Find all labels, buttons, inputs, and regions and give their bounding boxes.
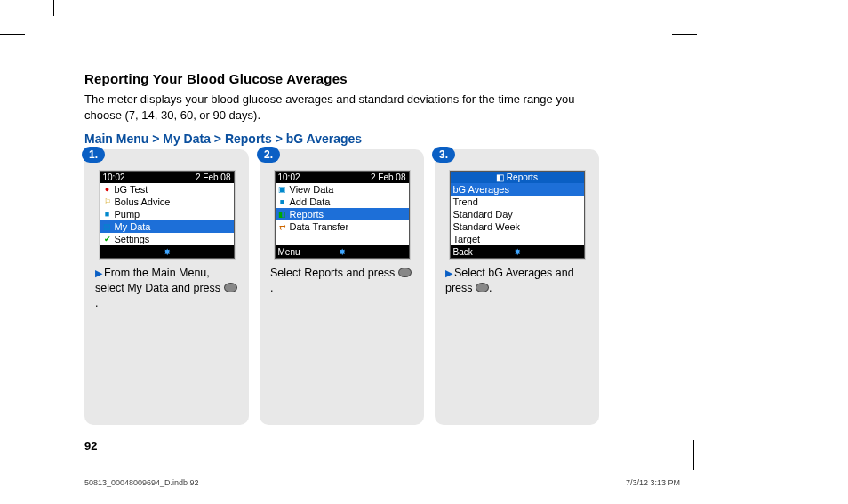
device-softkey-left[interactable]: Menu (276, 247, 409, 257)
device-menu-item-label: bG Averages (453, 184, 509, 195)
oval-button-icon (476, 283, 489, 292)
device-menu-list: ●bG Test⚐Bolus Advice■Pump▤My Data✔Setti… (100, 183, 234, 245)
device-statusbar: 10:022 Feb 08 (276, 172, 409, 183)
device-menu-item-label: Standard Week (453, 221, 521, 232)
device-menu-item[interactable]: ●bG Test (100, 183, 234, 196)
device-menu-item[interactable]: Standard Day (451, 208, 584, 220)
device-menu-item-label: Target (453, 234, 481, 244)
check-icon: ✔ (103, 235, 112, 244)
device-time: 10:02 (103, 172, 125, 182)
step-card: 3.◧ ReportsbG AveragesTrendStandard DayS… (435, 149, 599, 425)
device-menu-item-label: View Data (290, 184, 334, 195)
device-menu-item[interactable]: ◧Reports (276, 208, 409, 220)
section-heading: Reporting Your Blood Glucose Averages (84, 71, 760, 86)
breadcrumb: Main Menu > My Data > Reports > bG Avera… (84, 132, 760, 146)
caret-right-icon: ▶ (95, 267, 102, 280)
view-icon: ▣ (278, 185, 287, 194)
device-screen: 10:022 Feb 08▣View Data■Add Data◧Reports… (275, 171, 410, 259)
step-caption: ▶From the Main Menu, select My Data and … (84, 266, 249, 311)
device-footer: Menu✸ (276, 245, 409, 258)
oval-button-icon (224, 283, 237, 292)
step-card: 1.10:022 Feb 08●bG Test⚐Bolus Advice■Pum… (84, 149, 249, 425)
device-menu-item[interactable]: ⇄Data Transfer (276, 220, 409, 233)
blood-drop-icon: ● (103, 185, 112, 194)
device-menu-item[interactable]: ✔Settings (100, 233, 234, 245)
device-menu-item-label: Standard Day (453, 209, 513, 220)
device-menu-item-label: Add Data (290, 196, 331, 207)
step-caption-text: Select Reports and press (270, 267, 398, 279)
footer-file: 50813_00048009694_D.indb 92 (84, 478, 199, 487)
device-menu-item-label: Pump (115, 209, 140, 220)
device-menu-item-label: Data Transfer (290, 221, 349, 232)
bluetooth-icon: ✸ (100, 247, 234, 257)
print-footer: 50813_00048009694_D.indb 92 7/3/12 3:13 … (84, 478, 680, 487)
device-footer: Back✸ (451, 245, 584, 258)
device-menu-item[interactable]: ⚐Bolus Advice (100, 196, 234, 208)
step-number-badge: 3. (432, 147, 455, 163)
pump-icon: ■ (103, 210, 112, 219)
bolus-icon: ⚐ (103, 197, 112, 206)
device-menu-item-label: bG Test (115, 184, 148, 195)
crop-mark (0, 34, 25, 35)
device-menu-item-label: Reports (290, 209, 324, 220)
device-header: ◧ Reports (451, 172, 584, 183)
device-date: 2 Feb 08 (371, 172, 405, 182)
steps-row: 1.10:022 Feb 08●bG Test⚐Bolus Advice■Pum… (84, 149, 760, 425)
device-time: 10:02 (278, 172, 300, 182)
device-date: 2 Feb 08 (196, 172, 230, 182)
device-softkey-left[interactable]: Back (451, 247, 584, 257)
device-menu-item[interactable]: ■Pump (100, 208, 234, 220)
chart-icon: ◧ (278, 210, 287, 219)
device-menu-item-label: Trend (453, 196, 478, 207)
device-menu-item[interactable]: bG Averages (451, 183, 584, 196)
device-menu-item[interactable]: ▣View Data (276, 183, 409, 196)
step-caption: Select Reports and press . (260, 266, 424, 296)
device-menu-item[interactable]: Standard Week (451, 220, 584, 233)
device-footer: ✸ (100, 245, 234, 258)
device-menu-list: bG AveragesTrendStandard DayStandard Wee… (451, 183, 584, 245)
device-menu-item-label: My Data (115, 221, 151, 232)
device-menu-item[interactable]: ■Add Data (276, 196, 409, 208)
step-card: 2.10:022 Feb 08▣View Data■Add Data◧Repor… (260, 149, 424, 425)
device-screen: ◧ ReportsbG AveragesTrendStandard DaySta… (450, 171, 585, 259)
device-screen: 10:022 Feb 08●bG Test⚐Bolus Advice■Pump▤… (100, 171, 235, 259)
device-menu-item[interactable]: Trend (451, 196, 584, 208)
oval-button-icon (398, 268, 412, 277)
transfer-icon: ⇄ (278, 222, 287, 231)
step-caption-text: From the Main Menu, select My Data and p… (95, 267, 224, 294)
section-intro: The meter displays your blood glucose av… (84, 92, 591, 123)
step-number-badge: 2. (257, 147, 280, 163)
crop-mark (693, 440, 694, 470)
folder-icon: ▤ (103, 222, 112, 231)
caret-right-icon: ▶ (445, 267, 452, 280)
manual-page: Reporting Your Blood Glucose Averages Th… (0, 0, 848, 504)
footer-timestamp: 7/3/12 3:13 PM (626, 478, 680, 487)
device-menu-item-label: Settings (115, 234, 150, 244)
step-number-badge: 1. (82, 147, 105, 163)
page-number: 92 (84, 436, 596, 452)
device-menu-item-label: Bolus Advice (115, 196, 171, 207)
crop-mark (672, 34, 697, 35)
add-icon: ■ (278, 197, 287, 206)
crop-mark (53, 0, 54, 16)
device-menu-item[interactable]: Target (451, 233, 584, 245)
device-menu-list: ▣View Data■Add Data◧Reports⇄Data Transfe… (276, 183, 409, 245)
step-caption: ▶Select bG Averages and press . (435, 266, 599, 296)
device-menu-item[interactable]: ▤My Data (100, 220, 234, 233)
device-statusbar: 10:022 Feb 08 (100, 172, 234, 183)
step-caption-text: Select bG Averages and press (445, 267, 574, 294)
